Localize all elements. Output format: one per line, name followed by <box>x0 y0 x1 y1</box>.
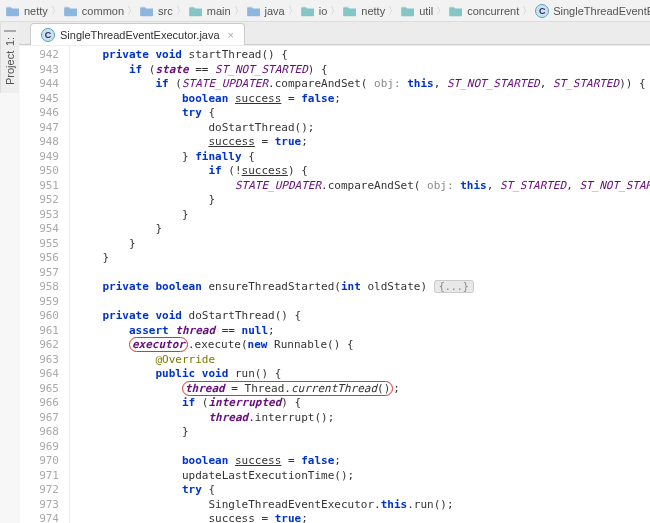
breadcrumb-separator: 〉 <box>330 4 340 18</box>
line-number: 945 <box>20 92 59 107</box>
file-tab-label: SingleThreadEventExecutor.java <box>60 29 220 41</box>
code-line[interactable]: } finally { <box>76 150 650 165</box>
code-area[interactable]: private void startThread() { if (state =… <box>70 46 650 523</box>
line-number: 962 <box>20 338 59 353</box>
breadcrumb-separator: 〉 <box>288 4 298 18</box>
line-number: 965 <box>20 382 59 397</box>
editor-tabs: C SingleThreadEventExecutor.java × <box>0 22 650 45</box>
line-number: 959 <box>20 295 59 310</box>
line-number: 949 <box>20 150 59 165</box>
breadcrumb-item[interactable]: io <box>301 5 328 17</box>
line-number: 967 <box>20 411 59 426</box>
line-number: 960 <box>20 309 59 324</box>
code-line[interactable] <box>76 440 650 455</box>
code-line[interactable]: try { <box>76 106 650 121</box>
breadcrumb-item[interactable]: netty <box>343 5 385 17</box>
line-number: 943 <box>20 63 59 78</box>
code-line[interactable]: success = true; <box>76 135 650 150</box>
line-number: 969 <box>20 440 59 455</box>
line-number: 963 <box>20 353 59 368</box>
line-number: 952 <box>20 193 59 208</box>
breadcrumb-separator: 〉 <box>234 4 244 18</box>
line-number: 942 <box>20 48 59 63</box>
code-line[interactable]: if (state == ST_NOT_STARTED) { <box>76 63 650 78</box>
code-line[interactable]: @Override <box>76 353 650 368</box>
breadcrumb-item[interactable]: CSingleThreadEventExecutor <box>535 4 650 18</box>
project-icon <box>4 30 16 32</box>
line-number: 970 <box>20 454 59 469</box>
line-number: 953 <box>20 208 59 223</box>
line-number: 958 <box>20 280 59 295</box>
code-line[interactable]: updateLastExecutionTime(); <box>76 469 650 484</box>
code-line[interactable]: try { <box>76 483 650 498</box>
line-number: 951 <box>20 179 59 194</box>
breadcrumb-separator: 〉 <box>436 4 446 18</box>
breadcrumb-item[interactable]: common <box>64 5 124 17</box>
project-tool-label: Project <box>4 51 16 85</box>
line-number: 955 <box>20 237 59 252</box>
code-line[interactable]: doStartThread(); <box>76 121 650 136</box>
breadcrumb-separator: 〉 <box>176 4 186 18</box>
breadcrumb-item[interactable]: src <box>140 5 173 17</box>
project-tool-tab[interactable]: Project 1: <box>0 23 19 93</box>
code-line[interactable]: } <box>76 237 650 252</box>
breadcrumb: netty〉common〉src〉main〉java〉io〉netty〉util… <box>0 0 650 22</box>
breadcrumb-item[interactable]: java <box>247 5 285 17</box>
breadcrumb-separator: 〉 <box>388 4 398 18</box>
code-line[interactable]: if (STATE_UPDATER.compareAndSet( obj: th… <box>76 77 650 92</box>
breadcrumb-separator: 〉 <box>522 4 532 18</box>
line-number: 961 <box>20 324 59 339</box>
breadcrumb-item[interactable]: concurrent <box>449 5 519 17</box>
file-tab[interactable]: C SingleThreadEventExecutor.java × <box>30 23 245 45</box>
breadcrumb-item[interactable]: main <box>189 5 231 17</box>
code-line[interactable] <box>76 295 650 310</box>
code-line[interactable]: } <box>76 222 650 237</box>
code-line[interactable]: executor.execute(new Runnable() { <box>76 338 650 353</box>
line-number: 954 <box>20 222 59 237</box>
line-number: 973 <box>20 498 59 513</box>
editor[interactable]: 9429439449459469479489499509519529539549… <box>20 45 650 523</box>
code-line[interactable]: assert thread == null; <box>76 324 650 339</box>
line-number: 944 <box>20 77 59 92</box>
code-line[interactable]: success = true; <box>76 512 650 523</box>
code-line[interactable]: public void run() { <box>76 367 650 382</box>
project-tool-index: 1: <box>4 37 16 46</box>
line-number-gutter: 9429439449459469479489499509519529539549… <box>20 46 70 523</box>
breadcrumb-separator: 〉 <box>127 4 137 18</box>
code-line[interactable]: thread = Thread.currentThread(); <box>76 382 650 397</box>
code-line[interactable]: private void startThread() { <box>76 48 650 63</box>
breadcrumb-separator: 〉 <box>51 4 61 18</box>
line-number: 964 <box>20 367 59 382</box>
code-line[interactable]: } <box>76 193 650 208</box>
code-line[interactable]: boolean success = false; <box>76 454 650 469</box>
code-line[interactable]: } <box>76 425 650 440</box>
code-line[interactable]: private boolean ensureThreadStarted(int … <box>76 280 650 295</box>
line-number: 948 <box>20 135 59 150</box>
code-line[interactable]: SingleThreadEventExecutor.this.run(); <box>76 498 650 513</box>
breadcrumb-item[interactable]: util <box>401 5 433 17</box>
code-line[interactable]: } <box>76 251 650 266</box>
code-line[interactable]: STATE_UPDATER.compareAndSet( obj: this, … <box>76 179 650 194</box>
line-number: 971 <box>20 469 59 484</box>
line-number: 968 <box>20 425 59 440</box>
code-line[interactable]: boolean success = false; <box>76 92 650 107</box>
line-number: 956 <box>20 251 59 266</box>
line-number: 974 <box>20 512 59 523</box>
class-icon: C <box>41 28 55 42</box>
code-line[interactable]: } <box>76 208 650 223</box>
code-line[interactable]: thread.interrupt(); <box>76 411 650 426</box>
line-number: 947 <box>20 121 59 136</box>
code-line[interactable] <box>76 266 650 281</box>
line-number: 950 <box>20 164 59 179</box>
code-line[interactable]: private void doStartThread() { <box>76 309 650 324</box>
code-line[interactable]: if (interrupted) { <box>76 396 650 411</box>
line-number: 946 <box>20 106 59 121</box>
line-number: 972 <box>20 483 59 498</box>
breadcrumb-item[interactable]: netty <box>6 5 48 17</box>
code-line[interactable]: if (!success) { <box>76 164 650 179</box>
line-number: 957 <box>20 266 59 281</box>
close-icon[interactable]: × <box>228 29 234 41</box>
line-number: 966 <box>20 396 59 411</box>
